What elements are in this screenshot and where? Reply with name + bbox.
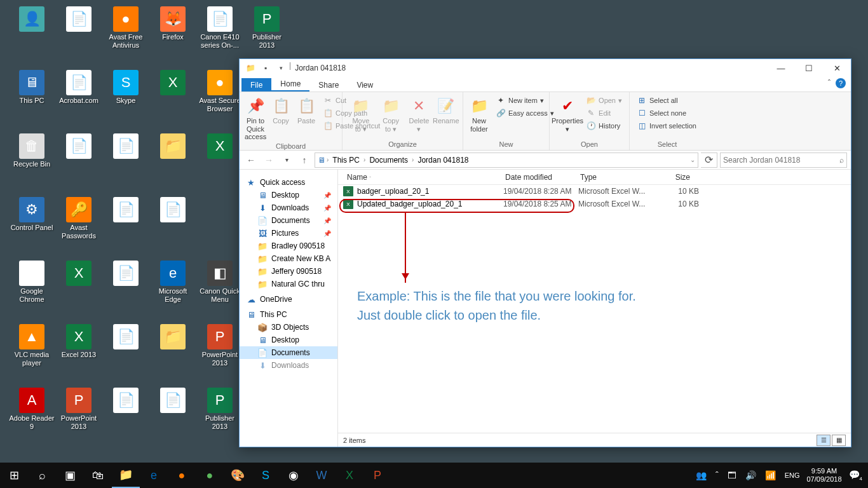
desktop-icon[interactable]: 🔑Avast Passwords xyxy=(56,197,102,240)
sidebar-onedrive[interactable]: ☁OneDrive xyxy=(240,293,337,306)
search-box[interactable]: ⌕ xyxy=(720,152,847,168)
language-indicator[interactable]: ENG xyxy=(783,471,802,479)
icons-view-button[interactable]: ▦ xyxy=(832,435,846,446)
sidebar-quick-access[interactable]: ★Quick access xyxy=(240,176,337,189)
rename-button[interactable]: 📝Rename xyxy=(434,95,458,126)
sidebar-3d[interactable]: 📦3D Objects xyxy=(240,321,337,334)
desktop-icon[interactable]: AAdobe Reader 9 xyxy=(9,388,55,431)
invert-selection-button[interactable]: ◫Invert selection xyxy=(635,120,698,132)
col-name[interactable]: Name ˆ xyxy=(338,173,500,182)
forward-button[interactable]: → xyxy=(261,152,276,168)
crumb-dropdown-icon[interactable]: ⌄ xyxy=(690,156,695,163)
task-app1[interactable]: ● xyxy=(196,463,224,488)
desktop-icon[interactable]: 📄Acrobat.com xyxy=(56,70,102,105)
minimize-button[interactable]: — xyxy=(767,59,795,77)
desktop-icon[interactable]: 📄 xyxy=(150,388,196,414)
explorer-button[interactable]: 📁 xyxy=(112,463,140,488)
help-icon[interactable]: ? xyxy=(836,78,846,88)
col-size[interactable]: Size xyxy=(651,173,696,182)
desktop-icon[interactable]: X xyxy=(197,133,243,160)
history-button[interactable]: 🕐History xyxy=(584,120,624,132)
new-item-button[interactable]: ✦New item ▾ xyxy=(494,95,556,106)
powerpoint-button[interactable]: P xyxy=(363,463,391,488)
desktop-icon[interactable]: PPowerPoint 2013 xyxy=(56,388,102,431)
up-button[interactable]: ↑ xyxy=(297,152,312,168)
sidebar-downloads[interactable]: ⬇Downloads📌 xyxy=(240,201,337,214)
collapse-ribbon-icon[interactable]: ˆ xyxy=(828,79,831,88)
sidebar-pictures[interactable]: 🖼Pictures📌 xyxy=(240,227,337,240)
desktop-icon[interactable]: ●Avast Free Antivirus xyxy=(103,6,149,50)
avast-button[interactable]: ● xyxy=(168,463,196,488)
recent-dropdown[interactable]: ▾ xyxy=(279,152,294,168)
store-button[interactable]: 🛍 xyxy=(84,463,112,488)
delete-button[interactable]: ✕Delete ▾ xyxy=(407,95,430,134)
battery-icon[interactable]: 🗔 xyxy=(726,470,738,480)
sidebar-jeffery[interactable]: 📁Jeffery 090518 xyxy=(240,265,337,278)
desktop-icon[interactable]: PPowerPoint 2013 xyxy=(197,324,243,367)
search-input[interactable] xyxy=(723,156,837,165)
desktop-icon[interactable]: 📁 xyxy=(150,133,196,160)
desktop-icon[interactable]: 🦊Firefox xyxy=(150,6,196,41)
desktop-icon[interactable]: X xyxy=(150,70,196,97)
desktop-icon[interactable]: 📁 xyxy=(150,324,196,351)
properties-button[interactable]: ✔Properties ▾ xyxy=(555,95,580,134)
search-button[interactable]: ⌕ xyxy=(28,463,56,488)
sidebar-desktop[interactable]: 🖥Desktop📌 xyxy=(240,189,337,201)
copy-to-button[interactable]: 📁Copy to ▾ xyxy=(378,95,404,134)
close-button[interactable]: ✕ xyxy=(823,59,851,77)
tray-up-icon[interactable]: ˆ xyxy=(714,470,721,480)
desktop-icon[interactable]: 👤 xyxy=(9,6,55,33)
desktop-icon[interactable]: 📄 xyxy=(103,197,149,224)
desktop-icon[interactable]: PPublisher 2013 xyxy=(244,6,290,50)
new-folder-button[interactable]: 📁New folder xyxy=(468,95,490,134)
open-button[interactable]: 📂Open ▾ xyxy=(584,95,624,106)
desktop-icon[interactable]: PPublisher 2013 xyxy=(197,388,243,431)
pin-quick-access-button[interactable]: 📌Pin to Quick access xyxy=(245,95,266,142)
qat-icon[interactable]: ▪ xyxy=(259,61,273,75)
desktop-icon[interactable]: SSkype xyxy=(103,70,149,105)
desktop-icon[interactable]: 🗑Recycle Bin xyxy=(9,133,55,168)
refresh-button[interactable]: ⟳ xyxy=(701,152,717,168)
sidebar-downloads2[interactable]: ⬇Downloads xyxy=(240,359,337,372)
excel-button[interactable]: X xyxy=(336,463,363,488)
clock[interactable]: 9:59 AM 07/09/2018 xyxy=(806,467,841,483)
sidebar-thispc[interactable]: 🖥This PC xyxy=(240,308,337,321)
select-none-button[interactable]: ☐Select none xyxy=(635,107,698,119)
edge-button[interactable]: e xyxy=(140,463,168,488)
people-icon[interactable]: 👥 xyxy=(694,470,709,480)
chrome-button[interactable]: ◉ xyxy=(280,463,308,488)
easy-access-button[interactable]: 🔗Easy access ▾ xyxy=(494,107,556,119)
details-view-button[interactable]: ☰ xyxy=(817,435,831,446)
edit-button[interactable]: ✎Edit xyxy=(584,107,624,119)
sidebar-documents[interactable]: 📄Documents📌 xyxy=(240,214,337,227)
maximize-button[interactable]: ☐ xyxy=(795,59,823,77)
back-button[interactable]: ← xyxy=(243,152,259,168)
desktop-icon[interactable]: 📄 xyxy=(150,197,196,224)
tab-view[interactable]: View xyxy=(348,78,382,92)
skype-button[interactable]: S xyxy=(252,463,280,488)
select-all-button[interactable]: ⊞Select all xyxy=(635,95,698,106)
file-row[interactable]: XUpdated_badger_upload_20_119/04/2018 8:… xyxy=(338,198,851,210)
desktop-icon[interactable]: 📄 xyxy=(103,133,149,160)
move-to-button[interactable]: 📁Move to ▾ xyxy=(348,95,374,134)
paste-button[interactable]: 📋Paste xyxy=(295,95,317,126)
sidebar-createkb[interactable]: 📁Create New KB A xyxy=(240,252,337,265)
desktop-icon[interactable]: ⚙Control Panel xyxy=(9,197,55,232)
desktop-icon[interactable]: 📄Canon E410 series On-... xyxy=(197,6,243,50)
col-type[interactable]: Type xyxy=(575,173,651,182)
desktop-icon[interactable]: 📄 xyxy=(103,261,149,287)
tab-file[interactable]: File xyxy=(241,78,271,92)
crumb-current[interactable]: Jordan 041818 xyxy=(414,156,472,165)
desktop-icon[interactable]: ◉Google Chrome xyxy=(9,261,55,304)
sidebar-bradley[interactable]: 📁Bradley 090518 xyxy=(240,240,337,252)
wifi-icon[interactable]: 📶 xyxy=(763,470,778,480)
tab-home[interactable]: Home xyxy=(271,77,309,92)
desktop-icon[interactable]: XExcel 2013 xyxy=(56,324,102,359)
desktop-icon[interactable]: ●Avast Secure Browser xyxy=(197,70,243,113)
volume-icon[interactable]: 🔊 xyxy=(743,470,758,480)
desktop-icon[interactable]: 📄 xyxy=(56,6,102,33)
desktop-icon[interactable]: ◧Canon Quick Menu xyxy=(197,261,243,304)
desktop-icon[interactable]: eMicrosoft Edge xyxy=(150,261,196,304)
copy-button[interactable]: 📋Copy xyxy=(270,95,292,126)
start-button[interactable]: ⊞ xyxy=(0,463,28,488)
